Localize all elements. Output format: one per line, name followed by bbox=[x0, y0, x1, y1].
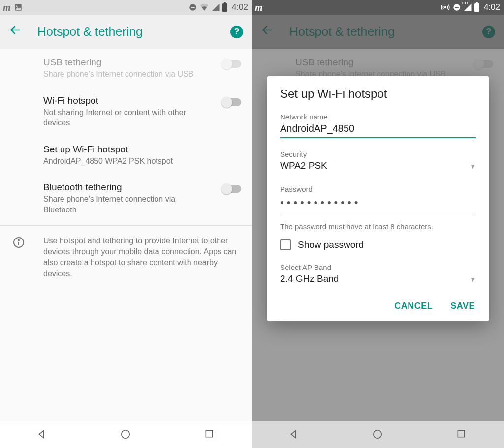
nav-back-button[interactable] bbox=[288, 429, 300, 441]
security-value: WPA2 PSK bbox=[280, 159, 327, 173]
wifi-hotspot-switch[interactable] bbox=[222, 98, 241, 106]
svg-rect-5 bbox=[224, 2, 226, 4]
dialog-actions: CANCEL SAVE bbox=[280, 298, 476, 314]
band-label: Select AP Band bbox=[280, 263, 476, 271]
svg-rect-15 bbox=[474, 3, 479, 12]
usb-tethering-switch[interactable] bbox=[222, 60, 241, 68]
band-value: 2.4 GHz Band bbox=[280, 272, 339, 286]
app-bar: Hotspot & tethering ? bbox=[0, 15, 252, 49]
item-label: USB tethering bbox=[43, 57, 252, 68]
cancel-button[interactable]: CANCEL bbox=[393, 298, 434, 314]
security-dropdown[interactable]: WPA2 PSK ▼ bbox=[280, 159, 476, 173]
nav-back-button[interactable] bbox=[36, 429, 48, 441]
dialog-title: Set up Wi-Fi hotspot bbox=[280, 87, 476, 101]
show-password-checkbox[interactable]: Show password bbox=[280, 239, 476, 250]
show-password-label: Show password bbox=[298, 239, 364, 250]
m-logo-icon: m bbox=[3, 2, 11, 13]
info-icon bbox=[13, 237, 25, 280]
network-name-input[interactable] bbox=[280, 121, 476, 138]
dnd-icon bbox=[189, 3, 197, 12]
item-wifi-hotspot[interactable]: Wi-Fi hotspot Not sharing Internet or co… bbox=[0, 88, 252, 136]
settings-list: USB tethering Share phone's Internet con… bbox=[0, 49, 252, 421]
item-usb-tethering[interactable]: USB tethering Share phone's Internet con… bbox=[0, 49, 252, 88]
nav-home-button[interactable] bbox=[120, 429, 132, 441]
back-button[interactable] bbox=[9, 24, 24, 40]
svg-rect-4 bbox=[222, 3, 227, 12]
network-name-label: Network name bbox=[280, 113, 476, 121]
item-label: Set up Wi-Fi hotspot bbox=[43, 144, 252, 155]
left-phone: m 4:02 Hotspot & tethering bbox=[0, 0, 252, 448]
item-label: Wi-Fi hotspot bbox=[43, 95, 252, 106]
security-label: Security bbox=[280, 150, 476, 158]
m-logo-icon: m bbox=[255, 2, 263, 13]
chevron-down-icon: ▼ bbox=[470, 276, 476, 283]
info-section: Use hotspot and tethering to provide Int… bbox=[0, 226, 252, 290]
status-clock: 4:02 bbox=[484, 2, 500, 12]
hotspot-active-icon bbox=[441, 3, 450, 12]
item-label: Bluetooth tethering bbox=[43, 182, 252, 193]
svg-point-10 bbox=[122, 430, 130, 439]
signal-icon bbox=[211, 3, 220, 12]
password-input[interactable]: •••••••••••• bbox=[280, 193, 476, 213]
nav-recents-button[interactable] bbox=[456, 429, 468, 441]
status-clock: 4:02 bbox=[232, 2, 248, 12]
item-setup-hotspot[interactable]: Set up Wi-Fi hotspot AndroidAP_4850 WPA2… bbox=[0, 136, 252, 175]
nav-recents-button[interactable] bbox=[204, 429, 216, 441]
image-notif-icon bbox=[14, 3, 23, 12]
wifi-icon bbox=[199, 3, 209, 12]
item-bluetooth-tethering[interactable]: Bluetooth tethering Share phone's Intern… bbox=[0, 174, 252, 223]
battery-icon bbox=[222, 2, 228, 12]
item-sublabel: Not sharing Internet or content with oth… bbox=[43, 107, 252, 128]
dnd-icon bbox=[452, 3, 461, 12]
help-button[interactable]: ? bbox=[230, 26, 243, 38]
bluetooth-tethering-switch[interactable] bbox=[222, 185, 241, 193]
svg-point-18 bbox=[374, 430, 382, 439]
nav-home-button[interactable] bbox=[372, 429, 384, 441]
svg-point-12 bbox=[444, 7, 446, 8]
item-sublabel: Share phone's Internet connection via US… bbox=[43, 69, 252, 80]
right-phone: m LTE 4:02 bbox=[252, 0, 504, 448]
band-dropdown[interactable]: 2.4 GHz Band ▼ bbox=[280, 272, 476, 286]
chevron-down-icon: ▼ bbox=[470, 163, 476, 170]
battery-icon bbox=[474, 2, 480, 12]
appbar-title: Hotspot & tethering bbox=[37, 25, 230, 39]
svg-rect-19 bbox=[458, 430, 464, 437]
info-text: Use hotspot and tethering to provide Int… bbox=[43, 236, 241, 280]
setup-hotspot-dialog: Set up Wi-Fi hotspot Network name Securi… bbox=[267, 76, 489, 321]
save-button[interactable]: SAVE bbox=[449, 298, 476, 314]
lte-signal-icon: LTE bbox=[463, 3, 472, 12]
status-bar: m 4:02 bbox=[0, 0, 252, 15]
svg-rect-16 bbox=[476, 2, 478, 4]
svg-point-1 bbox=[16, 5, 17, 7]
item-sublabel: AndroidAP_4850 WPA2 PSK hotspot bbox=[43, 156, 252, 167]
password-label: Password bbox=[280, 185, 476, 193]
svg-rect-3 bbox=[191, 7, 195, 8]
svg-point-9 bbox=[18, 239, 19, 240]
checkbox-box bbox=[280, 239, 291, 250]
nav-bar bbox=[0, 421, 252, 448]
svg-rect-14 bbox=[455, 7, 459, 8]
lte-label: LTE bbox=[462, 1, 470, 5]
svg-rect-11 bbox=[206, 430, 212, 437]
password-hint: The password must have at least 8 charac… bbox=[280, 222, 476, 231]
item-sublabel: Share phone's Internet connection via Bl… bbox=[43, 194, 252, 215]
